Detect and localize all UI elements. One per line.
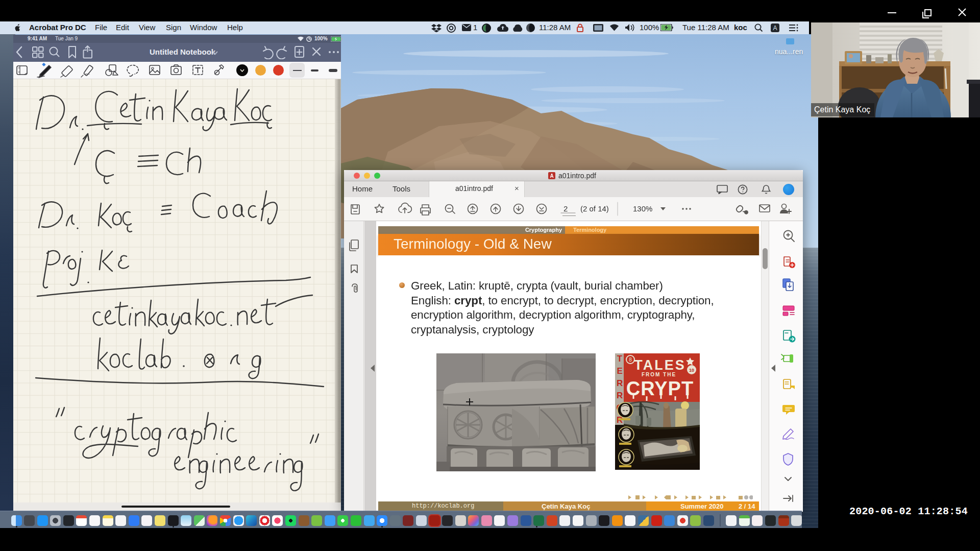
svg-text:FROM THE: FROM THE (642, 372, 676, 377)
svg-text:TALES: TALES (634, 357, 686, 373)
svg-text:R: R (617, 391, 623, 400)
svg-text:E: E (617, 366, 622, 376)
svg-text:A: A (773, 25, 777, 32)
svg-text:CRYPT: CRYPT (626, 378, 694, 399)
svg-text:R: R (617, 378, 623, 388)
svg-text:10: 10 (689, 368, 694, 373)
svg-text:8: 8 (629, 357, 632, 363)
svg-text:A: A (550, 173, 553, 179)
svg-text:T: T (617, 354, 623, 364)
